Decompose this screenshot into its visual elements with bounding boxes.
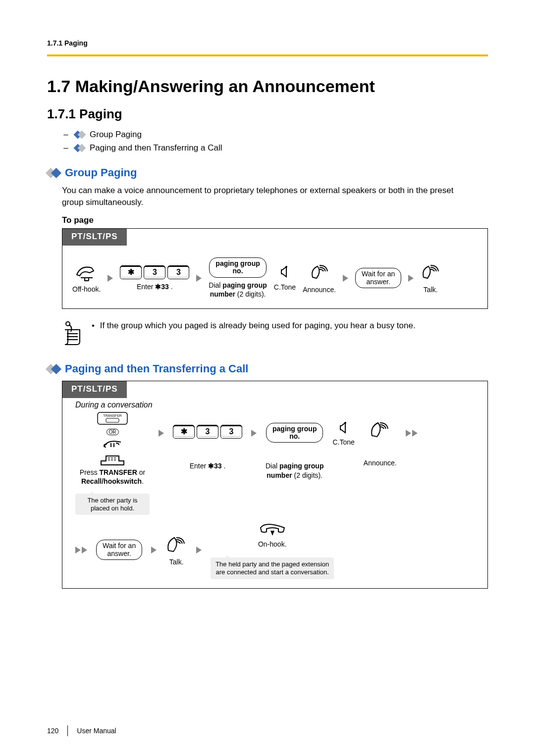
subheading-transfer: Paging and then Transferring a Call xyxy=(47,362,488,375)
onhook-icon xyxy=(259,521,286,538)
caption: Enter ✱33 . xyxy=(190,461,226,470)
or-label: OR xyxy=(107,429,119,435)
caption: Talk. xyxy=(424,285,438,294)
procedure-label: To page xyxy=(62,216,488,224)
slt-phone-icon xyxy=(99,452,126,466)
speaker-icon xyxy=(310,262,329,282)
arrow-icon xyxy=(408,275,414,282)
speaker-icon xyxy=(421,262,440,282)
tone-icon xyxy=(337,421,350,436)
arrow-icon xyxy=(251,430,257,437)
toc-item: – Paging and then Transferring a Call xyxy=(62,141,488,154)
svg-rect-4 xyxy=(106,418,119,422)
callout: The held party and the paged extension a… xyxy=(211,557,334,579)
wait-box: Wait for an answer. xyxy=(96,540,142,560)
callout: The other party is placed on hold. xyxy=(75,494,150,515)
caption: Announce. xyxy=(303,285,336,294)
note-icon xyxy=(62,320,82,348)
key-star: ✱ xyxy=(173,425,195,439)
keypad-sequence: ✱ 3 3 xyxy=(173,425,242,439)
key-3: 3 xyxy=(144,265,165,279)
caption: Enter ✱33 . xyxy=(137,282,173,291)
key-3: 3 xyxy=(220,425,242,439)
subheading-group-paging: Group Paging xyxy=(47,166,488,179)
caption: Talk. xyxy=(169,557,184,566)
breadcrumb: 1.7.1 Paging xyxy=(47,40,488,51)
paging-group-box: paging group no. xyxy=(266,423,323,443)
svg-point-5 xyxy=(344,422,346,424)
toc: – Group Paging – Paging and then Transfe… xyxy=(62,128,488,154)
footer-label: User Manual xyxy=(77,727,116,734)
diamond-icon xyxy=(75,132,85,138)
toc-label: Group Paging xyxy=(90,128,142,141)
h2-title: 1.7.1 Paging xyxy=(47,106,488,122)
key-3: 3 xyxy=(197,425,218,439)
keypad-sequence: ✱ 3 3 xyxy=(120,265,189,279)
arrow-icon xyxy=(159,430,164,437)
svg-point-0 xyxy=(285,266,287,268)
svg-text:TRANSFER: TRANSFER xyxy=(103,414,122,417)
footer: 120 User Manual xyxy=(47,725,116,736)
procedure-transfer: PT/SLT/PS During a conversation TRANSFER… xyxy=(62,381,488,589)
speaker-icon xyxy=(165,534,187,555)
arrow-icon xyxy=(151,547,157,554)
arrow-continue-icon xyxy=(75,547,87,554)
arrow-icon xyxy=(196,547,202,554)
note-text: If the group which you paged is already … xyxy=(100,321,416,330)
hookswitch-icon xyxy=(101,437,124,450)
caption: Press TRANSFER or Recall/hookswitch. xyxy=(80,468,145,486)
caption: Dial paging group number (2 digits). xyxy=(266,461,323,479)
key-star: ✱ xyxy=(120,265,142,279)
key-3: 3 xyxy=(167,265,189,279)
caption: Dial paging group number (2 digits). xyxy=(209,281,267,299)
arrow-icon xyxy=(343,275,348,282)
device-tab: PT/SLT/PS xyxy=(62,229,127,246)
caption: On-hook. xyxy=(258,540,287,549)
toc-label: Paging and then Transferring a Call xyxy=(90,141,222,154)
diamond-icon xyxy=(75,145,85,151)
transfer-key-icon: TRANSFER xyxy=(97,412,128,427)
caption: C.Tone xyxy=(332,438,354,447)
body-text: You can make a voice announcement to pro… xyxy=(62,185,468,209)
paging-group-box: paging group no. xyxy=(209,257,266,278)
diamond-icon xyxy=(47,365,60,373)
caption: Off-hook. xyxy=(72,285,101,294)
arrow-icon xyxy=(107,275,113,282)
wait-box: Wait for an answer. xyxy=(355,268,401,288)
tone-icon xyxy=(278,265,291,280)
arrow-continue-icon xyxy=(406,430,418,437)
caption: C.Tone xyxy=(274,283,296,292)
device-tab: PT/SLT/PS xyxy=(62,381,127,398)
page-number: 120 xyxy=(47,727,58,735)
diamond-icon xyxy=(47,169,60,177)
arrow-icon xyxy=(196,275,202,282)
note-block: • If the group which you paged is alread… xyxy=(62,320,488,348)
header-rule xyxy=(47,54,488,56)
toc-item: – Group Paging xyxy=(62,128,488,141)
caption: Announce. xyxy=(364,458,397,467)
h1-title: 1.7 Making/Answering an Announcement xyxy=(47,76,488,97)
procedure-to-page: PT/SLT/PS Off-hook. ✱ 3 3 Enter xyxy=(62,228,488,309)
offhook-icon xyxy=(75,263,99,282)
speaker-icon xyxy=(369,419,391,441)
